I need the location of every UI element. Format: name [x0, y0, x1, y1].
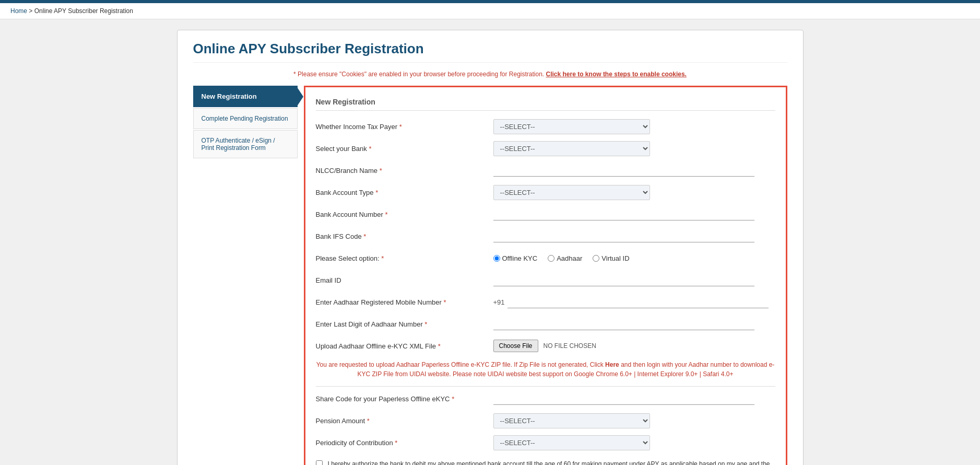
offline-kyc-label: Offline KYC	[502, 254, 538, 262]
account-type-control: --SELECT-- Savings Current	[493, 185, 775, 200]
pension-label: Pension Amount *	[316, 417, 493, 425]
file-upload-area: Choose File NO FILE CHOSEN	[493, 340, 775, 352]
upload-ekyc-row: Upload Aadhaar Offline e-KYC XML File * …	[316, 338, 775, 354]
authorization-checkbox[interactable]	[316, 460, 323, 465]
upload-ekyc-label: Upload Aadhaar Offline e-KYC XML File *	[316, 342, 493, 350]
share-code-row: Share Code for your Paperless Offline eK…	[316, 391, 775, 406]
account-type-label: Bank Account Type *	[316, 189, 493, 196]
breadcrumb-current: Online APY Subscriber Registration	[34, 7, 133, 15]
pension-control: --SELECT-- 1000 2000 3000 4000 5000	[493, 413, 775, 428]
ifs-control	[493, 230, 775, 242]
warning-link[interactable]: Here	[605, 361, 619, 368]
content-area: New Registration Complete Pending Regist…	[193, 86, 787, 465]
select-option-control: Offline KYC Aadhaar Virtual ID	[493, 254, 775, 262]
periodicity-control: --SELECT-- Monthly Quarterly Half Yearly	[493, 435, 775, 450]
ifs-row: Bank IFS Code *	[316, 228, 775, 244]
breadcrumb-separator: >	[29, 7, 32, 15]
aadhaar-digit-row: Enter Last Digit of Aadhaar Number *	[316, 316, 775, 332]
no-file-text: NO FILE CHOSEN	[544, 342, 596, 350]
periodicity-select[interactable]: --SELECT-- Monthly Quarterly Half Yearly	[493, 435, 650, 450]
email-row: Email ID	[316, 272, 775, 288]
bank-select[interactable]: --SELECT--	[493, 141, 650, 156]
share-code-input[interactable]	[493, 392, 754, 405]
aadhaar-radio[interactable]	[548, 255, 554, 262]
sidebar-item-otp-authenticate[interactable]: OTP Authenticate / eSign / Print Registr…	[193, 130, 298, 158]
nlcc-input[interactable]	[493, 164, 754, 177]
breadcrumb-home[interactable]: Home	[10, 7, 27, 15]
main-container: Online APY Subscriber Registration * Ple…	[177, 30, 804, 465]
mobile-row: Enter Aadhaar Registered Mobile Number *…	[316, 294, 775, 310]
periodicity-label: Periodicity of Contribution *	[316, 439, 493, 447]
cookie-link[interactable]: Click here to know the steps to enable c…	[546, 71, 687, 78]
kyc-radio-group: Offline KYC Aadhaar Virtual ID	[493, 254, 775, 262]
share-code-label: Share Code for your Paperless Offline eK…	[316, 395, 493, 403]
account-number-row: Bank Account Number *	[316, 206, 775, 222]
warning-text: You are requested to upload Aadhaar Pape…	[316, 360, 775, 379]
virtual-id-radio-label[interactable]: Virtual ID	[593, 254, 629, 262]
periodicity-row: Periodicity of Contribution * --SELECT--…	[316, 435, 775, 450]
nlcc-row: NLCC/Branch Name *	[316, 162, 775, 178]
email-control	[493, 274, 775, 286]
sidebar-item-new-registration[interactable]: New Registration	[193, 86, 298, 107]
authorization-area: I hereby authorize the bank to debit my …	[316, 457, 775, 465]
divider	[316, 386, 775, 387]
share-code-control	[493, 392, 775, 405]
pension-select[interactable]: --SELECT-- 1000 2000 3000 4000 5000	[493, 413, 650, 428]
upload-ekyc-control: Choose File NO FILE CHOSEN	[493, 340, 775, 352]
select-option-row: Please Select option: * Offline KYC Aadh…	[316, 250, 775, 266]
form-panel-title: New Registration	[316, 98, 775, 111]
choose-file-button[interactable]: Choose File	[493, 340, 538, 352]
account-type-select[interactable]: --SELECT-- Savings Current	[493, 185, 650, 200]
page-title: Online APY Subscriber Registration	[193, 41, 787, 63]
aadhaar-digit-input[interactable]	[493, 318, 754, 330]
income-tax-label: Whether Income Tax Payer *	[316, 123, 493, 131]
mobile-label: Enter Aadhaar Registered Mobile Number *	[316, 298, 493, 306]
mobile-input[interactable]	[507, 296, 769, 308]
aadhaar-label: Aadhaar	[557, 254, 582, 262]
bank-row: Select your Bank * --SELECT--	[316, 141, 775, 156]
account-number-input[interactable]	[493, 208, 754, 220]
virtual-id-radio[interactable]	[593, 255, 599, 262]
income-tax-row: Whether Income Tax Payer * --SELECT-- Ye…	[316, 119, 775, 134]
nlcc-control	[493, 164, 775, 177]
pension-row: Pension Amount * --SELECT-- 1000 2000 30…	[316, 413, 775, 428]
aadhaar-radio-label[interactable]: Aadhaar	[548, 254, 582, 262]
select-option-label: Please Select option: *	[316, 254, 493, 262]
aadhaar-digit-control	[493, 318, 775, 330]
aadhaar-digit-label: Enter Last Digit of Aadhaar Number *	[316, 320, 493, 328]
bank-control: --SELECT--	[493, 141, 775, 156]
phone-prefix-text: +91	[493, 298, 505, 306]
income-tax-select[interactable]: --SELECT-- Yes No	[493, 119, 650, 134]
sidebar-item-complete-pending[interactable]: Complete Pending Registration	[193, 108, 298, 129]
authorization-label: I hereby authorize the bank to debit my …	[328, 459, 775, 465]
email-input[interactable]	[493, 274, 754, 286]
bank-label: Select your Bank *	[316, 145, 493, 153]
nlcc-label: NLCC/Branch Name *	[316, 167, 493, 175]
form-panel: New Registration Whether Income Tax Paye…	[304, 86, 787, 465]
virtual-id-label: Virtual ID	[601, 254, 629, 262]
income-tax-control: --SELECT-- Yes No	[493, 119, 775, 134]
email-label: Email ID	[316, 276, 493, 284]
sidebar: New Registration Complete Pending Regist…	[193, 86, 298, 465]
breadcrumb: Home > Online APY Subscriber Registratio…	[0, 3, 980, 19]
offline-kyc-radio[interactable]	[493, 255, 500, 262]
account-number-label: Bank Account Number *	[316, 211, 493, 218]
mobile-control: +91	[493, 296, 775, 308]
phone-prefix: +91	[493, 296, 775, 308]
ifs-label: Bank IFS Code *	[316, 233, 493, 240]
cookie-notice: * Please ensure "Cookies" are enabled in…	[193, 71, 787, 78]
ifs-input[interactable]	[493, 230, 754, 242]
offline-kyc-radio-label[interactable]: Offline KYC	[493, 254, 538, 262]
account-type-row: Bank Account Type * --SELECT-- Savings C…	[316, 184, 775, 200]
account-number-control	[493, 208, 775, 220]
